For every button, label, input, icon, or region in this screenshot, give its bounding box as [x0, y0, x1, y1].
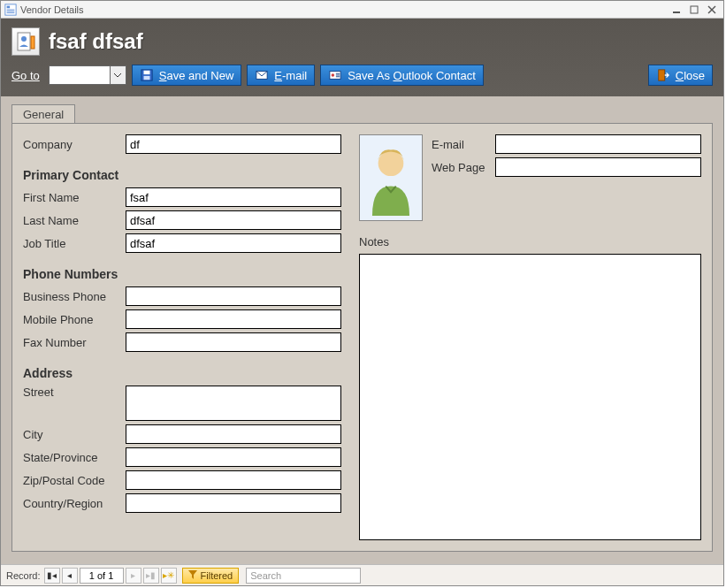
next-record-button[interactable]: ▸: [126, 568, 141, 584]
address-heading: Address: [23, 366, 341, 380]
phone-numbers-heading: Phone Numbers: [23, 267, 341, 281]
toolbar: Go to Save and New E-mail Save As Outloo…: [11, 65, 713, 86]
state-input[interactable]: [126, 447, 341, 467]
funnel-icon: [188, 570, 197, 581]
email-input[interactable]: [495, 134, 701, 154]
primary-contact-heading: Primary Contact: [23, 168, 341, 182]
last-name-input[interactable]: [126, 210, 341, 230]
first-record-button[interactable]: ▮◂: [44, 568, 60, 584]
header-band: fsaf dfsaf Go to Save and New E-mail Sav…: [1, 19, 723, 96]
notes-input[interactable]: [359, 254, 701, 540]
fax-number-input[interactable]: [126, 332, 341, 352]
svg-rect-14: [143, 76, 149, 80]
mail-icon: [255, 68, 269, 82]
svg-rect-21: [659, 70, 665, 80]
job-title-label: Job Title: [23, 237, 126, 250]
company-label: Company: [23, 138, 126, 151]
first-name-input[interactable]: [126, 187, 341, 207]
filter-label: Filtered: [201, 570, 233, 581]
record-label: Record:: [6, 570, 41, 581]
city-label: City: [23, 428, 126, 441]
svg-rect-11: [31, 36, 34, 49]
street-label: Street: [23, 386, 126, 399]
save-outlook-button[interactable]: Save As Outlook Contact: [320, 65, 484, 86]
button-label: Close: [676, 69, 705, 82]
mobile-phone-input[interactable]: [126, 309, 341, 329]
fax-number-label: Fax Number: [23, 336, 126, 349]
close-button[interactable]: Close: [648, 65, 713, 86]
country-input[interactable]: [126, 493, 341, 513]
job-title-input[interactable]: [126, 233, 341, 253]
button-label: Save As Outlook Contact: [348, 69, 476, 82]
search-box[interactable]: Search: [246, 568, 361, 584]
record-position-input[interactable]: [80, 568, 124, 584]
vendor-icon: [11, 27, 40, 56]
chevron-down-icon[interactable]: [111, 65, 126, 85]
zip-label: Zip/Postal Code: [23, 474, 126, 487]
card-icon: [328, 68, 342, 82]
tab-strip: General: [11, 102, 713, 123]
company-input[interactable]: [126, 134, 341, 154]
minimize-button[interactable]: [669, 4, 684, 16]
title-bar: Vendor Details: [1, 1, 723, 19]
city-input[interactable]: [126, 424, 341, 444]
goto-label: Go to: [11, 69, 40, 82]
form-icon: [4, 4, 17, 16]
svg-point-17: [332, 73, 335, 77]
svg-rect-13: [143, 71, 149, 74]
content-area: General Company Primary Contact First Na…: [1, 98, 723, 562]
webpage-label: Web Page: [432, 161, 495, 174]
save-icon: [140, 68, 154, 82]
avatar[interactable]: [359, 134, 423, 221]
right-column: E-mail Web Page Notes: [359, 134, 701, 540]
mobile-phone-label: Mobile Phone: [23, 313, 126, 326]
last-record-button[interactable]: ▸▮: [143, 568, 159, 584]
svg-rect-1: [7, 5, 11, 8]
goto-input[interactable]: [49, 65, 111, 85]
record-navigator: Record: ▮◂ ◂ ▸ ▸▮ ▸✳ Filtered Search: [1, 564, 723, 585]
window-title: Vendor Details: [20, 4, 84, 15]
state-label: State/Province: [23, 451, 126, 464]
filter-indicator[interactable]: Filtered: [182, 568, 240, 584]
goto-combo[interactable]: [49, 65, 126, 85]
save-and-new-button[interactable]: Save and New: [132, 65, 242, 86]
button-label: E-mail: [274, 69, 307, 82]
first-name-label: First Name: [23, 191, 126, 204]
tab-general[interactable]: General: [11, 104, 75, 124]
button-label: Save and New: [159, 69, 234, 82]
business-phone-label: Business Phone: [23, 290, 126, 303]
left-column: Company Primary Contact First Name Last …: [23, 134, 341, 540]
svg-rect-6: [691, 6, 698, 13]
svg-point-23: [378, 150, 404, 176]
business-phone-input[interactable]: [126, 286, 341, 306]
restore-button[interactable]: [686, 4, 702, 16]
tab-page-general: Company Primary Contact First Name Last …: [11, 123, 713, 552]
zip-input[interactable]: [126, 470, 341, 490]
prev-record-button[interactable]: ◂: [62, 568, 78, 584]
svg-point-10: [21, 36, 27, 42]
street-input[interactable]: [126, 386, 341, 421]
last-name-label: Last Name: [23, 214, 126, 227]
country-label: Country/Region: [23, 497, 126, 510]
page-title: fsaf dfsaf: [49, 29, 143, 54]
new-record-button[interactable]: ▸✳: [161, 568, 177, 584]
notes-label: Notes: [359, 235, 701, 248]
door-icon: [656, 68, 670, 82]
webpage-input[interactable]: [495, 157, 701, 177]
email-button[interactable]: E-mail: [247, 65, 315, 86]
search-placeholder: Search: [250, 570, 281, 581]
email-label: E-mail: [432, 138, 495, 151]
vendor-details-window: Vendor Details fsaf dfsaf Go to Save and…: [0, 0, 724, 586]
close-window-button[interactable]: [704, 4, 720, 16]
